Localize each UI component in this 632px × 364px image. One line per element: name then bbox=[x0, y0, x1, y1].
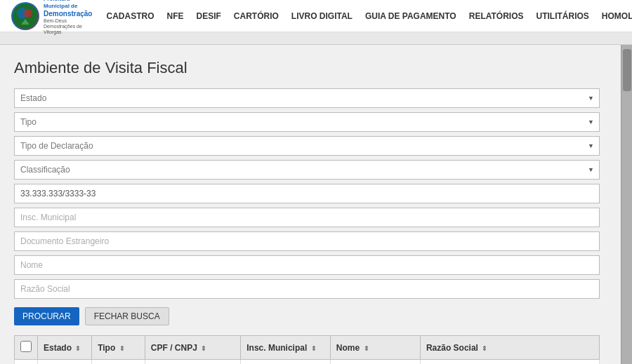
nav-cartorio[interactable]: CARTÓRIO bbox=[234, 11, 279, 21]
sort-insc-icon[interactable]: ⇕ bbox=[311, 345, 317, 352]
row-razao-social: EMPRESA TESTES - APRESENTAÇÃO bbox=[420, 360, 599, 365]
page-title: Ambiente de Visita Fiscal bbox=[14, 59, 600, 77]
nav-cadastro[interactable]: CADASTRO bbox=[106, 11, 154, 21]
classificacao-select[interactable]: Classificação bbox=[14, 160, 600, 180]
sort-tipo-icon[interactable]: ⇕ bbox=[119, 345, 125, 352]
table-row[interactable]: Ativo Prestador 33.333.333/3333-33 1234 … bbox=[15, 360, 600, 365]
cnpj-input[interactable] bbox=[14, 184, 600, 203]
nav-utilitarios[interactable]: UTILITÁRIOS bbox=[536, 11, 589, 21]
nav-guia-pagamento[interactable]: GUIA DE PAGAMENTO bbox=[365, 11, 456, 21]
row-cpf-cnpj: 33.333.333/3333-33 bbox=[145, 360, 240, 365]
select-all-checkbox[interactable] bbox=[20, 341, 32, 352]
th-estado: Estado ⇕ bbox=[38, 336, 92, 360]
th-cpf-cnpj: CPF / CNPJ ⇕ bbox=[145, 336, 240, 360]
row-estado: Ativo bbox=[38, 360, 92, 365]
results-table: Estado ⇕ Tipo ⇕ CPF / CNPJ ⇕ Insc. Munic… bbox=[14, 335, 600, 364]
doc-estrangeiro-input[interactable] bbox=[14, 231, 600, 251]
row-tipo: Prestador bbox=[92, 360, 145, 365]
nav-relatorios[interactable]: RELATÓRIOS bbox=[469, 11, 524, 21]
th-insc-municipal: Insc. Municipal ⇕ bbox=[241, 336, 331, 360]
row-nome: EMPRESA TESTE bbox=[330, 360, 420, 365]
procurar-button[interactable]: PROCURAR bbox=[14, 307, 79, 325]
sort-cpf-icon[interactable]: ⇕ bbox=[201, 345, 206, 352]
tipo-declaracao-select[interactable]: Tipo de Declaração bbox=[14, 136, 600, 156]
nav-desif[interactable]: DESIF bbox=[196, 11, 220, 21]
search-form: Estado Tipo Tipo de Declaração Classific… bbox=[14, 88, 600, 325]
sub-bar bbox=[0, 32, 632, 45]
insc-municipal-input[interactable] bbox=[14, 208, 600, 227]
sort-nome-icon[interactable]: ⇕ bbox=[364, 345, 369, 352]
sort-estado-icon[interactable]: ⇕ bbox=[75, 345, 81, 352]
logo-icon bbox=[11, 2, 39, 30]
th-razao-social: Razão Social ⇕ bbox=[420, 336, 599, 360]
nav-livro-digital[interactable]: LIVRO DIGITAL bbox=[291, 11, 353, 21]
table-body: Ativo Prestador 33.333.333/3333-33 1234 … bbox=[15, 360, 600, 365]
razao-social-input[interactable] bbox=[14, 279, 600, 299]
tipo-select-wrapper: Tipo bbox=[14, 112, 600, 132]
tipo-declaracao-select-wrapper: Tipo de Declaração bbox=[14, 136, 600, 156]
row-check-cell bbox=[15, 360, 38, 365]
main-layout: Ambiente de Visita Fiscal Estado Tipo Ti… bbox=[0, 45, 632, 364]
tipo-select[interactable]: Tipo bbox=[14, 112, 600, 132]
scrollbar-thumb[interactable] bbox=[623, 49, 631, 91]
fechar-busca-button[interactable]: FECHAR BUSCA bbox=[85, 307, 169, 325]
form-buttons: PROCURAR FECHAR BUSCA bbox=[14, 307, 600, 325]
svg-point-2 bbox=[24, 9, 32, 18]
nav-homologacao[interactable]: HOMOLOGAÇÃO FISCAL bbox=[602, 11, 632, 21]
th-nome: Nome ⇕ bbox=[330, 336, 420, 360]
nav-nfe[interactable]: NFE bbox=[166, 11, 183, 21]
sort-razao-icon[interactable]: ⇕ bbox=[482, 345, 487, 352]
logo-area: Prefeitura Municipal de Demonstração Bem… bbox=[11, 0, 92, 36]
top-nav: Prefeitura Municipal de Demonstração Bem… bbox=[0, 0, 632, 32]
th-tipo: Tipo ⇕ bbox=[92, 336, 145, 360]
table-header: Estado ⇕ Tipo ⇕ CPF / CNPJ ⇕ Insc. Munic… bbox=[15, 336, 600, 360]
estado-select[interactable]: Estado bbox=[14, 88, 600, 108]
logo-text: Prefeitura Municipal de Demonstração Bem… bbox=[44, 0, 92, 36]
content-area: Ambiente de Visita Fiscal Estado Tipo Ti… bbox=[0, 45, 621, 364]
nav-items: CADASTRO NFE DESIF CARTÓRIO LIVRO DIGITA… bbox=[106, 11, 632, 21]
scrollbar[interactable] bbox=[621, 45, 632, 364]
th-check bbox=[15, 336, 38, 360]
classificacao-select-wrapper: Classificação bbox=[14, 160, 600, 180]
row-insc-municipal: 1234 bbox=[241, 360, 331, 365]
estado-select-wrapper: Estado bbox=[14, 88, 600, 108]
nome-input[interactable] bbox=[14, 255, 600, 275]
